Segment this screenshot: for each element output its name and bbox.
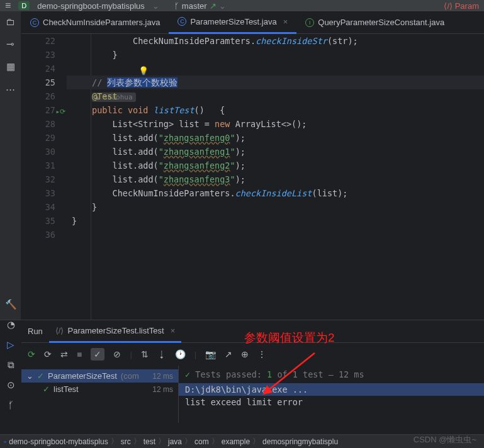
test-time: 12 ms <box>152 372 173 381</box>
crumb[interactable]: example <box>222 437 250 446</box>
test-name: listTest <box>53 384 79 394</box>
test-root[interactable]: ⌄ ✓ ParameterSizeTest (com 12 ms <box>21 369 178 383</box>
code-body[interactable]: 💡 CheckNumInsideParamters.checkInsideStr… <box>67 34 484 320</box>
test-name: ParameterSizeTest <box>48 371 117 381</box>
crumb[interactable]: test <box>144 437 155 446</box>
chevron-down-icon: ⌄ <box>26 371 33 381</box>
check-icon: ✓ <box>43 384 50 394</box>
crumb[interactable]: java <box>168 437 182 446</box>
collapse-icon[interactable]: ⭭ <box>157 349 166 359</box>
editor-tabs: C CheckNumInsideParamters.java C Paramet… <box>21 11 484 34</box>
watermark: CSDN @懒虫虫~ <box>414 434 476 445</box>
svg-line-1 <box>267 353 315 391</box>
breadcrumbs[interactable]: ▫ demo-springboot-mybatisplus〉 src〉 test… <box>0 434 484 448</box>
annotation-arrow-icon <box>258 350 321 400</box>
hamburger-icon[interactable]: ≡ <box>5 0 11 11</box>
crumb[interactable]: demospringmybatisplu <box>262 437 338 446</box>
crumb[interactable]: demo-springboot-mybatisplus <box>9 437 108 446</box>
test-time: 12 ms <box>152 385 173 394</box>
structure-icon[interactable]: ▦ <box>6 61 15 72</box>
run-tab-label: ParameterSizeTest.listTest <box>67 326 164 335</box>
project-badge[interactable]: D <box>18 1 30 10</box>
problems-icon[interactable]: ⊙ <box>7 379 15 391</box>
left-toolbar: 🗀 ⊸ ▦ ⋯ <box>0 11 21 320</box>
test-summary: ✓ Tests passed: 1 of 1 test – 12 ms <box>179 369 484 383</box>
branch-chevron-icon: ⌄ <box>219 1 226 11</box>
tab-label: CheckNumInsideParamters.java <box>43 18 160 27</box>
code-editor[interactable]: 22 23 24 25 26 27 28 29 30 31 32 33 34 3… <box>21 34 484 320</box>
rerun-icon[interactable]: ⟳ <box>28 349 35 359</box>
run-gutter-icon[interactable]: ▸⟳ <box>55 105 65 119</box>
build-icon[interactable]: 🔨 <box>5 299 17 310</box>
run-panel: Run ⟨/⟩ ParameterSizeTest.listTest × ⟳ ⟳… <box>0 320 484 423</box>
test-suffix: (com <box>121 371 139 381</box>
param-link[interactable]: ⟨/⟩ Param <box>444 1 479 11</box>
project-name[interactable]: demo-springboot-mybatisplus <box>37 1 145 11</box>
commit-icon[interactable]: ⊸ <box>6 38 14 50</box>
crumb[interactable]: com <box>194 437 209 446</box>
branch-icon: ᚶ <box>174 1 179 11</box>
crumb[interactable]: src <box>121 437 131 446</box>
tab-queryparam[interactable]: I QueryParameterSizeConstant.java <box>296 11 453 34</box>
editor-area: C CheckNumInsideParamters.java C Paramet… <box>21 11 484 320</box>
branch-push-icon: ↗ <box>210 1 217 11</box>
run-toolbar: ⟳ ⟳ ⇄ ■ ✓ ⊘ | ⇅ ⭭ 🕐 | 📷 ↗ ⊕ ⋮ <box>21 343 484 366</box>
import-icon[interactable]: ⊕ <box>241 349 249 359</box>
camera-icon[interactable]: 📷 <box>205 349 216 359</box>
project-chevron-icon[interactable]: ⌄ <box>152 1 159 11</box>
class-icon: C <box>177 17 186 26</box>
tab-label: ParameterSizeTest.java <box>190 17 276 26</box>
output-line[interactable]: D:\jdk8\bin\java.exe ... <box>179 383 484 396</box>
tab-parametersize[interactable]: C ParameterSizeTest.java × <box>169 11 296 34</box>
branch-widget[interactable]: ᚶ master ↗ ⌄ <box>174 1 226 11</box>
export-icon[interactable]: ↗ <box>225 349 232 359</box>
test-child[interactable]: ✓ listTest 12 ms <box>21 383 178 396</box>
output-line: list exceed limit error <box>179 396 484 408</box>
check-icon: ✓ <box>37 371 44 381</box>
tab-label: QueryParameterSizeConstant.java <box>318 18 444 27</box>
titlebar: ≡ D demo-springboot-mybatisplus ⌄ ᚶ mast… <box>0 0 484 11</box>
test-tree: ⌄ ✓ ParameterSizeTest (com 12 ms ✓ listT… <box>21 366 179 423</box>
sort-icon[interactable]: ⇅ <box>141 349 149 359</box>
branch-name: master <box>182 1 207 11</box>
pass-filter-icon[interactable]: ✓ <box>91 348 104 361</box>
test-output: ✓ Tests passed: 1 of 1 test – 12 ms D:\j… <box>179 366 484 423</box>
class-icon: C <box>30 18 39 27</box>
terminal-icon[interactable]: ⧉ <box>8 359 14 371</box>
tab-checknum[interactable]: C CheckNumInsideParamters.java <box>21 11 169 34</box>
profiler-icon[interactable]: ◔ <box>7 319 15 330</box>
stop-icon[interactable]: ■ <box>77 349 82 359</box>
run-tool-icon[interactable]: ▷ <box>7 339 14 350</box>
git-icon[interactable]: ᚶ <box>8 400 14 410</box>
close-icon[interactable]: × <box>283 17 288 26</box>
run-tab-active[interactable]: ⟨/⟩ ParameterSizeTest.listTest × <box>49 320 181 343</box>
annotation-text: 参数阈值设置为2 <box>244 330 335 346</box>
expand-icon[interactable]: 🕐 <box>175 349 186 359</box>
toggle-icon[interactable]: ⇄ <box>60 349 68 359</box>
left-toolbar-bottom: 🔨 ◔ ▷ ⧉ ⊙ ᚶ <box>0 299 21 410</box>
run-label: Run <box>28 327 43 336</box>
gutter: 22 23 24 25 26 27 28 29 30 31 32 33 34 3… <box>21 34 67 320</box>
close-icon[interactable]: × <box>171 326 176 335</box>
project-icon[interactable]: 🗀 <box>6 16 15 27</box>
more-icon[interactable]: ⋯ <box>6 84 15 95</box>
rerun-failed-icon[interactable]: ⟳ <box>44 349 52 359</box>
main-area: 🗀 ⊸ ▦ ⋯ C CheckNumInsideParamters.java C… <box>0 11 484 320</box>
interface-icon: I <box>305 18 314 27</box>
fail-filter-icon[interactable]: ⊘ <box>113 349 121 359</box>
run-config-icon: ⟨/⟩ <box>55 326 64 335</box>
